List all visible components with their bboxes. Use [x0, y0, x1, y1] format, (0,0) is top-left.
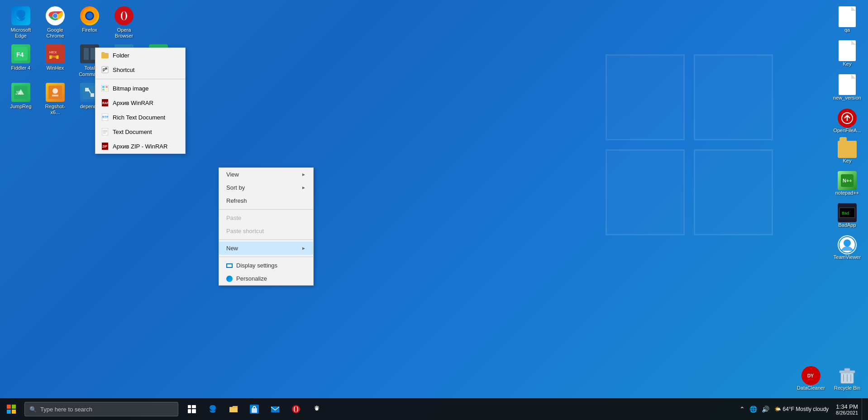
- icon-label-teamviewer: TeamViewer: [834, 254, 861, 260]
- svg-point-84: [295, 406, 297, 412]
- menu-item-view[interactable]: View ►: [219, 168, 313, 181]
- windows-logo-watermark: [606, 54, 777, 244]
- shortcut-icon: [101, 66, 109, 74]
- txt-icon: [101, 128, 109, 136]
- submenu-item-shortcut[interactable]: Shortcut: [95, 62, 185, 77]
- icon-qa[interactable]: qa: [831, 5, 863, 35]
- weather-text: 64°F Mostly cloudy: [783, 406, 829, 412]
- tray-volume-icon[interactable]: 🔊: [760, 406, 771, 413]
- submenu-item-rtf[interactable]: RTF Rich Text Document: [95, 110, 185, 124]
- weather-icon: 🌤️: [774, 406, 781, 412]
- taskbar-opera-icon[interactable]: [286, 398, 306, 420]
- folder-icon: [101, 51, 109, 59]
- icon-key2[interactable]: Key: [831, 139, 863, 166]
- icon-firefox[interactable]: Firefox: [73, 5, 106, 41]
- svg-rect-74: [7, 410, 11, 414]
- bitmap-icon: [101, 84, 109, 92]
- menu-item-paste-shortcut[interactable]: Paste shortcut: [219, 224, 313, 238]
- icon-openfileapp[interactable]: OpenFileA...: [831, 107, 863, 135]
- svg-rect-81: [271, 406, 279, 412]
- submenu-separator: [95, 79, 185, 79]
- sortby-arrow-icon: ►: [301, 185, 306, 190]
- svg-text:F4: F4: [16, 51, 24, 58]
- icon-badapp[interactable]: Bad BadApp: [831, 201, 863, 230]
- icon-label-qa: qa: [844, 27, 850, 33]
- icon-label-opera: Opera Browser: [110, 27, 138, 39]
- menu-item-personalize[interactable]: Personalize: [219, 272, 313, 285]
- taskbar-store-icon[interactable]: [244, 398, 264, 420]
- rar-icon: RAR: [101, 99, 109, 107]
- search-placeholder: Type here to search: [40, 406, 92, 413]
- svg-rect-58: [102, 86, 105, 88]
- icon-label-new-version: new_version: [833, 95, 861, 101]
- svg-point-9: [122, 11, 126, 20]
- icon-new-version[interactable]: new_version: [831, 72, 863, 103]
- icon-label-regshot: Regshot-x6...: [41, 104, 70, 115]
- submenu-item-txt[interactable]: Text Document: [95, 124, 185, 139]
- icon-key[interactable]: Key: [831, 38, 863, 69]
- icon-label-firefox: Firefox: [82, 27, 97, 33]
- icon-opera[interactable]: Opera Browser: [108, 5, 140, 41]
- svg-rect-59: [105, 86, 108, 88]
- svg-text:N++: N++: [843, 178, 852, 183]
- submenu-item-zip[interactable]: ZIP Архив ZIP - WinRAR: [95, 139, 185, 153]
- taskbar-settings-icon[interactable]: [307, 398, 327, 420]
- menu-item-new[interactable]: New ►: [219, 242, 313, 255]
- icon-label-winhex: WinHex: [47, 65, 64, 71]
- taskbar-pinned-icons: [182, 398, 327, 420]
- icon-label-chrome: Google Chrome: [41, 27, 70, 39]
- taskbar: 🔍 Type here to search: [0, 398, 868, 420]
- start-button[interactable]: [0, 398, 23, 420]
- menu-item-refresh[interactable]: Refresh: [219, 194, 313, 207]
- menu-separator-3: [219, 257, 313, 257]
- icon-label-fiddler: Fiddler 4: [11, 65, 31, 71]
- search-bar[interactable]: 🔍 Type here to search: [24, 402, 178, 416]
- submenu-item-folder[interactable]: Folder: [95, 48, 185, 62]
- submenu-new: Folder Shortcut Bitmap image RAR Архив W…: [95, 48, 186, 154]
- icon-google-chrome[interactable]: Google Chrome: [39, 5, 72, 41]
- svg-point-27: [52, 88, 58, 94]
- icon-notepadpp[interactable]: N++ notepad++: [831, 169, 863, 198]
- svg-rect-73: [12, 405, 16, 409]
- icon-regshot[interactable]: Regshot-x6...: [39, 81, 72, 117]
- view-arrow-icon: ►: [301, 172, 306, 177]
- icon-datacleaner[interactable]: DY DataCleaner: [795, 364, 827, 393]
- svg-rect-78: [188, 409, 191, 413]
- icon-label-edge: Microsoft Edge: [6, 27, 35, 39]
- menu-item-sort-by[interactable]: Sort by ►: [219, 181, 313, 194]
- svg-text:ZIP: ZIP: [102, 145, 107, 148]
- icon-fiddler[interactable]: F4 Fiddler 4: [5, 43, 37, 79]
- tray-chevron[interactable]: ⌃: [738, 406, 746, 413]
- icon-jumpreg[interactable]: JR JumpReg: [5, 81, 37, 117]
- icon-label-key2: Key: [843, 158, 852, 164]
- clock[interactable]: 1:34 PM 8/26/2021: [832, 403, 862, 415]
- show-desktop-button[interactable]: [862, 398, 864, 420]
- icon-label-notepadpp: notepad++: [835, 190, 859, 196]
- right-icon-area: qa Key new_version OpenFileA...: [831, 0, 863, 267]
- personalize-icon: [226, 276, 233, 282]
- icon-teamviewer[interactable]: TeamViewer: [831, 234, 863, 262]
- taskbar-edge-icon[interactable]: [203, 398, 223, 420]
- svg-rect-75: [12, 410, 16, 414]
- submenu-item-bitmap[interactable]: Bitmap image: [95, 81, 185, 95]
- svg-rect-76: [188, 405, 191, 408]
- display-settings-icon: [226, 263, 233, 268]
- icon-microsoft-edge[interactable]: Microsoft Edge: [5, 5, 37, 41]
- clock-time: 1:34 PM: [836, 403, 858, 410]
- submenu-item-winrar[interactable]: RAR Архив WinRAR: [95, 95, 185, 110]
- svg-rect-16: [84, 48, 89, 60]
- taskview-button[interactable]: [182, 398, 202, 420]
- taskbar-explorer-icon[interactable]: [224, 398, 243, 420]
- icon-recycle-bin[interactable]: Recycle Bin: [831, 364, 863, 393]
- svg-rect-51: [844, 368, 850, 371]
- icon-label-openfileapp: OpenFileA...: [833, 128, 861, 134]
- taskbar-mail-icon[interactable]: [265, 398, 285, 420]
- tray-network-icon[interactable]: 🌐: [748, 406, 758, 413]
- icon-winhex[interactable]: HEX▓5%▓ WinHex: [39, 43, 72, 79]
- svg-rect-60: [102, 89, 105, 91]
- svg-rect-28: [52, 95, 58, 96]
- weather-widget[interactable]: 🌤️ 64°F Mostly cloudy: [771, 406, 833, 412]
- menu-item-display-settings[interactable]: Display settings: [219, 259, 313, 272]
- menu-item-paste[interactable]: Paste: [219, 211, 313, 224]
- icon-label-datacleaner: DataCleaner: [797, 385, 825, 391]
